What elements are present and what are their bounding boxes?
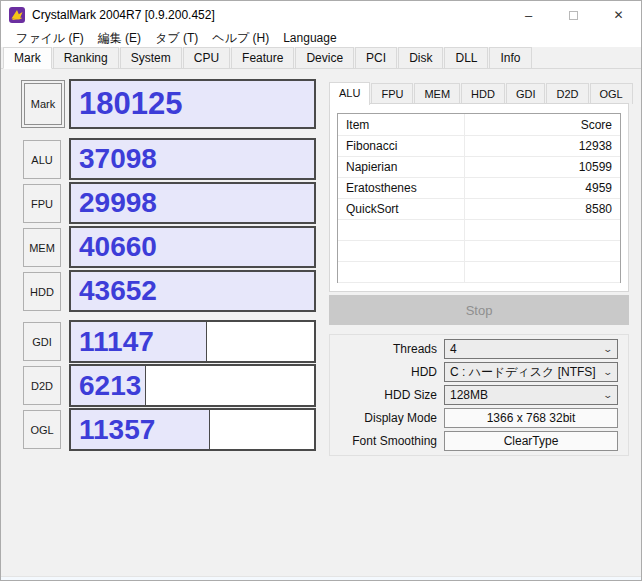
column-header-item: Item: [338, 114, 465, 135]
tab-ranking[interactable]: Ranking: [53, 47, 119, 68]
table-row-empty: [338, 262, 620, 283]
tab-dll[interactable]: DLL: [444, 47, 488, 68]
main-tab-strip: Mark Ranking System CPU Feature Device P…: [1, 47, 641, 69]
tab-device[interactable]: Device: [295, 47, 354, 68]
run-ogl-button[interactable]: OGL: [23, 410, 61, 449]
hdd-label: HDD: [332, 365, 444, 379]
detail-tab-gdi[interactable]: GDI: [506, 83, 546, 104]
font-smoothing-value: ClearType: [444, 431, 618, 451]
table-cell-score: 8580: [465, 199, 620, 219]
table-cell-item: Napierian: [338, 157, 465, 177]
score-box-fpu: 29998: [69, 182, 316, 224]
tab-disk[interactable]: Disk: [398, 47, 443, 68]
run-d2d-button[interactable]: D2D: [23, 366, 61, 405]
table-row: QuickSort 8580: [338, 199, 620, 220]
run-gdi-button[interactable]: GDI: [23, 322, 61, 361]
score-value-ogl: 11357: [79, 414, 155, 446]
threads-label: Threads: [332, 342, 444, 356]
table-cell-score: 12938: [465, 136, 620, 156]
menu-language[interactable]: Language: [276, 31, 343, 45]
app-icon: [9, 7, 25, 23]
detail-tab-d2d[interactable]: D2D: [546, 83, 588, 104]
run-mark-button[interactable]: Mark: [21, 80, 65, 128]
hdd-size-value: 128MB: [450, 388, 488, 402]
detail-tab-mem[interactable]: MEM: [414, 83, 460, 104]
table-row: Fibonacci 12938: [338, 136, 620, 157]
score-value-alu: 37098: [79, 143, 157, 175]
table-row: Napierian 10599: [338, 157, 620, 178]
close-icon[interactable]: ✕: [596, 1, 641, 29]
font-smoothing-row: Font Smoothing ClearType: [332, 431, 618, 451]
chevron-down-icon: ⌄: [603, 367, 614, 377]
score-value-mem: 40660: [79, 231, 157, 263]
tab-mark[interactable]: Mark: [3, 47, 52, 69]
title-bar: CrystalMark 2004R7 [0.9.200.452] – ✕: [1, 1, 641, 29]
app-window: CrystalMark 2004R7 [0.9.200.452] – ✕ ファイ…: [0, 0, 642, 581]
score-value-d2d: 6213: [79, 370, 141, 402]
tab-system[interactable]: System: [120, 47, 182, 68]
menu-file[interactable]: ファイル (F): [9, 30, 91, 47]
tab-feature[interactable]: Feature: [231, 47, 294, 68]
detail-tab-ogl[interactable]: OGL: [590, 83, 633, 104]
hdd-size-label: HDD Size: [332, 388, 444, 402]
table-cell-item: Eratosthenes: [338, 178, 465, 198]
hdd-select[interactable]: C : ハードディスク [NTFS] ⌄: [444, 362, 618, 382]
table-row-empty: [338, 241, 620, 262]
score-box-gdi: 11147: [69, 320, 316, 363]
display-mode-label: Display Mode: [332, 411, 444, 425]
window-title: CrystalMark 2004R7 [0.9.200.452]: [32, 8, 215, 22]
hdd-size-select[interactable]: 128MB ⌄: [444, 385, 618, 405]
menu-tab[interactable]: タブ (T): [148, 30, 205, 47]
menu-help[interactable]: ヘルプ (H): [205, 30, 276, 47]
stop-button[interactable]: Stop: [329, 295, 629, 325]
table-row: Eratosthenes 4959: [338, 178, 620, 199]
chevron-down-icon: ⌄: [603, 390, 614, 400]
display-mode-row: Display Mode 1366 x 768 32bit: [332, 408, 618, 428]
hdd-value: C : ハードディスク [NTFS]: [450, 364, 596, 381]
tab-pci[interactable]: PCI: [355, 47, 397, 68]
tab-cpu[interactable]: CPU: [183, 47, 230, 68]
run-fpu-button[interactable]: FPU: [23, 184, 61, 223]
score-box-ogl: 11357: [69, 408, 316, 451]
table-cell-score: 4959: [465, 178, 620, 198]
score-value-hdd: 43652: [79, 275, 157, 307]
score-box-d2d: 6213: [69, 364, 316, 407]
score-value-mark: 180125: [79, 86, 182, 122]
font-smoothing-label: Font Smoothing: [332, 434, 444, 448]
threads-select[interactable]: 4 ⌄: [444, 339, 618, 359]
settings-panel: Threads 4 ⌄ HDD C : ハードディスク [NTFS] ⌄ HDD…: [329, 334, 629, 456]
column-header-score: Score: [465, 114, 620, 135]
table-cell-item: QuickSort: [338, 199, 465, 219]
result-table: Item Score Fibonacci 12938 Napierian 105…: [337, 113, 621, 283]
score-value-gdi: 11147: [79, 326, 154, 358]
minimize-icon[interactable]: –: [506, 1, 551, 29]
detail-tab-fpu[interactable]: FPU: [371, 83, 413, 104]
table-cell-item: Fibonacci: [338, 136, 465, 156]
detail-tab-alu[interactable]: ALU: [329, 82, 370, 105]
score-box-mem: 40660: [69, 226, 316, 268]
table-row-empty: [338, 220, 620, 241]
tab-info[interactable]: Info: [489, 47, 531, 68]
run-hdd-button[interactable]: HDD: [23, 272, 61, 311]
table-header-row: Item Score: [338, 114, 620, 136]
menu-edit[interactable]: 編集 (E): [91, 30, 148, 47]
detail-tab-hdd[interactable]: HDD: [461, 83, 505, 104]
run-mem-button[interactable]: MEM: [23, 228, 61, 267]
window-bottom-edge: [1, 576, 641, 580]
threads-value: 4: [450, 342, 457, 356]
chevron-down-icon: ⌄: [603, 344, 614, 354]
hdd-row: HDD C : ハードディスク [NTFS] ⌄: [332, 362, 618, 382]
score-box-alu: 37098: [69, 138, 316, 180]
maximize-icon[interactable]: [551, 1, 596, 29]
display-mode-value: 1366 x 768 32bit: [444, 408, 618, 428]
threads-row: Threads 4 ⌄: [332, 339, 618, 359]
hdd-size-row: HDD Size 128MB ⌄: [332, 385, 618, 405]
run-mark-button-label: Mark: [24, 83, 62, 125]
window-controls: – ✕: [506, 1, 641, 29]
score-box-mark: 180125: [69, 79, 316, 129]
run-alu-button[interactable]: ALU: [23, 140, 61, 179]
score-box-hdd: 43652: [69, 270, 316, 312]
table-cell-score: 10599: [465, 157, 620, 177]
detail-tab-strip: ALU FPU MEM HDD GDI D2D OGL: [329, 81, 634, 104]
score-value-fpu: 29998: [79, 187, 157, 219]
